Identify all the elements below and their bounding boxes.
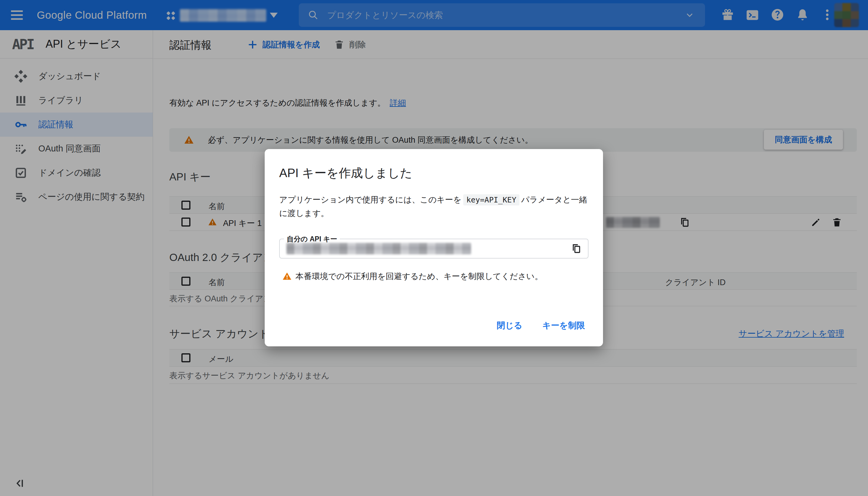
dialog-body-text: アプリケーション内で使用するには、このキーをkey=API_KEYパラメータと一…: [279, 193, 590, 220]
api-key-field-label: 自分の API キー: [284, 234, 340, 244]
close-button[interactable]: 閉じる: [497, 320, 522, 331]
restrict-key-warning: 本番環境での不正利用を回避するため、キーを制限してください。: [278, 271, 543, 282]
api-key-param-code: key=API_KEY: [463, 194, 519, 205]
copy-api-key-icon[interactable]: [571, 243, 582, 254]
restrict-key-button[interactable]: キーを制限: [542, 320, 585, 331]
dialog-title: API キーを作成しました: [279, 165, 412, 181]
warning-text: 本番環境での不正利用を回避するため、キーを制限してください。: [295, 271, 543, 282]
api-key-field: 自分の API キー: [279, 239, 589, 259]
warning-icon: [282, 272, 292, 281]
api-key-value-redacted: [286, 243, 471, 254]
api-key-created-dialog: API キーを作成しました アプリケーション内で使用するには、このキーをkey=…: [265, 149, 603, 346]
dialog-actions: 閉じる キーを制限: [497, 320, 585, 331]
